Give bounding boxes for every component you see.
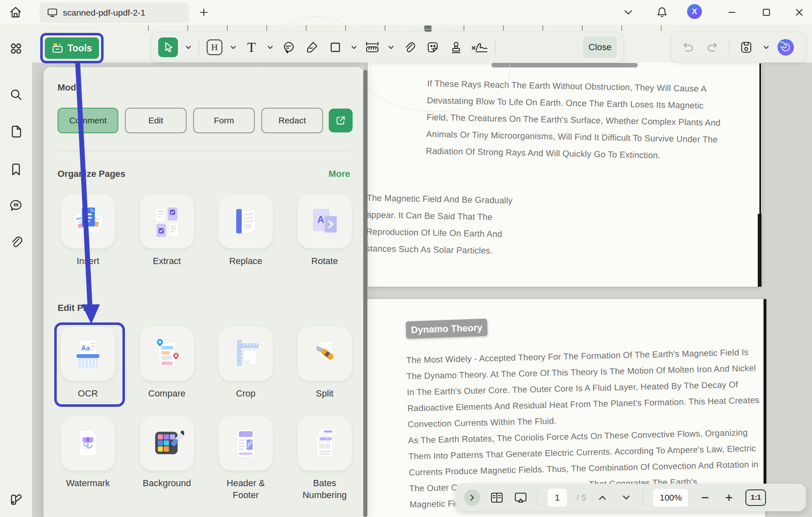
comments-list-button[interactable] bbox=[8, 197, 24, 214]
ai-assistant-button[interactable] bbox=[777, 39, 794, 56]
one-to-one-label: 1:1 bbox=[751, 494, 761, 502]
chevron-right-icon bbox=[470, 494, 475, 501]
crop-tile[interactable] bbox=[219, 327, 273, 381]
header-footer-label: Header & Footer bbox=[215, 477, 277, 501]
sticky-note-button[interactable] bbox=[280, 38, 297, 56]
shapes-tool-button[interactable] bbox=[327, 38, 344, 56]
highlight-tool-button[interactable]: H bbox=[206, 38, 223, 56]
search-button[interactable] bbox=[8, 86, 24, 103]
split-tile[interactable] bbox=[298, 327, 352, 381]
text-tool-dropdown[interactable] bbox=[267, 38, 273, 56]
save-button[interactable] bbox=[738, 38, 754, 56]
presentation-mode-button[interactable] bbox=[513, 490, 528, 505]
panel-scrollbar[interactable] bbox=[363, 70, 367, 517]
highlighter-icon bbox=[306, 41, 318, 53]
minus-icon bbox=[701, 494, 709, 502]
document-tab[interactable]: scanned-pdf-updf-2-1 bbox=[39, 2, 189, 23]
bookmark-icon bbox=[10, 163, 22, 176]
collapse-bar-button[interactable] bbox=[464, 489, 480, 506]
text-tool-icon: T bbox=[247, 40, 256, 54]
tools-button[interactable]: Tools bbox=[45, 37, 99, 59]
zoom-out-button[interactable] bbox=[698, 490, 713, 505]
select-tool-dropdown[interactable] bbox=[185, 38, 191, 56]
maximize-button[interactable] bbox=[759, 5, 774, 20]
split-icon bbox=[307, 336, 342, 371]
section-heading-text: Dynamo Theory bbox=[411, 322, 483, 335]
mode-form-button[interactable]: Form bbox=[193, 108, 255, 133]
bates-numbering-tile[interactable]: 000123 bbox=[298, 416, 352, 471]
presentation-icon bbox=[514, 492, 528, 503]
close-window-button[interactable] bbox=[791, 5, 807, 20]
organize-pages-title: Organize Pages bbox=[58, 169, 125, 179]
comment-bubble-icon bbox=[9, 199, 23, 212]
maximize-icon bbox=[762, 8, 770, 16]
shapes-tool-dropdown[interactable] bbox=[351, 38, 357, 56]
page-layout-button[interactable] bbox=[489, 490, 504, 505]
highlighter-pen-button[interactable] bbox=[304, 38, 320, 56]
annotation-toolbar: H T bbox=[151, 32, 624, 63]
background-tile[interactable] bbox=[140, 416, 194, 471]
sticker-button[interactable] bbox=[424, 38, 441, 56]
header-footer-tile[interactable] bbox=[219, 416, 273, 471]
rotate-label: Rotate bbox=[292, 255, 358, 267]
open-mode-button[interactable] bbox=[329, 109, 353, 132]
swatches-button[interactable] bbox=[8, 491, 24, 508]
compare-tile[interactable] bbox=[140, 327, 194, 381]
tab-list-dropdown[interactable] bbox=[621, 5, 636, 20]
zoom-in-button[interactable] bbox=[722, 490, 736, 505]
bell-icon bbox=[656, 7, 668, 18]
mode-edit-button[interactable]: Edit bbox=[125, 108, 187, 133]
page-navigation-bar: 1 / 5 100% 1:1 bbox=[456, 484, 806, 511]
svg-text:000123: 000123 bbox=[320, 437, 332, 441]
replace-tile[interactable] bbox=[219, 194, 273, 248]
measure-tool-button[interactable] bbox=[364, 38, 381, 56]
plus-icon bbox=[725, 494, 733, 502]
previous-page-button[interactable] bbox=[595, 490, 610, 505]
history-save-toolbar bbox=[671, 32, 806, 63]
apps-grid-button[interactable] bbox=[8, 40, 24, 57]
split-label: Split bbox=[292, 387, 358, 399]
bookmarks-button[interactable] bbox=[8, 161, 24, 178]
insert-tile[interactable] bbox=[61, 194, 115, 248]
external-link-icon bbox=[335, 115, 346, 126]
new-tab-button[interactable] bbox=[196, 5, 211, 20]
undo-button[interactable] bbox=[680, 38, 696, 56]
next-page-button[interactable] bbox=[619, 490, 634, 505]
account-avatar[interactable]: X bbox=[687, 4, 702, 19]
organize-more-link[interactable]: More bbox=[317, 169, 350, 179]
extract-tile[interactable] bbox=[140, 194, 194, 248]
notifications-button[interactable] bbox=[654, 5, 670, 20]
redo-button[interactable] bbox=[704, 38, 721, 56]
watermark-label: Watermark bbox=[55, 477, 121, 489]
minimize-button[interactable] bbox=[724, 5, 740, 20]
pages-thumbnails-button[interactable] bbox=[8, 123, 24, 140]
bottombar-divider bbox=[537, 491, 538, 505]
paperclip-icon bbox=[404, 41, 415, 53]
page-number-field[interactable]: 1 bbox=[547, 488, 567, 507]
document-text-line: Reproduction Of Life On Earth And bbox=[366, 223, 512, 243]
home-icon bbox=[9, 5, 23, 19]
signature-button[interactable] bbox=[471, 38, 488, 56]
measure-tool-dropdown[interactable] bbox=[388, 38, 394, 56]
actual-size-button[interactable]: 1:1 bbox=[745, 489, 766, 506]
zoom-level-field[interactable]: 100% bbox=[653, 488, 689, 507]
watermark-tile[interactable] bbox=[61, 416, 115, 471]
select-tool-button[interactable] bbox=[158, 37, 178, 57]
page1-heading-bar bbox=[491, 63, 638, 67]
mode-comment-button[interactable]: Comment bbox=[58, 108, 118, 133]
mode-redact-button[interactable]: Redact bbox=[261, 108, 323, 133]
stamp-button[interactable] bbox=[448, 38, 464, 56]
compare-icon bbox=[150, 336, 184, 371]
rotate-tile[interactable]: A bbox=[298, 194, 352, 248]
attachments-button[interactable] bbox=[8, 234, 24, 250]
watermark-icon bbox=[71, 426, 105, 461]
page-icon bbox=[10, 125, 22, 138]
highlight-tool-dropdown[interactable] bbox=[230, 38, 236, 56]
attach-file-button[interactable] bbox=[401, 38, 418, 56]
close-tools-button[interactable]: Close bbox=[583, 37, 617, 58]
save-dropdown[interactable] bbox=[763, 38, 769, 56]
text-tool-button[interactable]: T bbox=[243, 38, 260, 56]
panel-divider bbox=[58, 151, 350, 151]
page-total-label: / 5 bbox=[577, 493, 586, 503]
home-button[interactable] bbox=[7, 3, 25, 21]
